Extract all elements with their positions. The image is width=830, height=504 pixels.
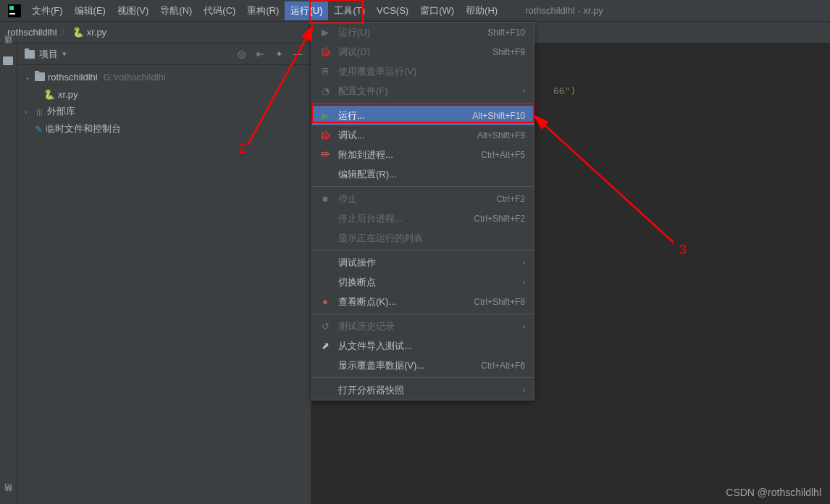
menu-import-tests[interactable]: ⬈ 从文件导入测试... bbox=[312, 336, 534, 356]
play-icon: ▶ bbox=[319, 27, 331, 38]
coverage-icon: ⛨ bbox=[319, 66, 331, 77]
chevron-right-icon: › bbox=[523, 259, 525, 266]
menu-file[interactable]: 文件(F) bbox=[26, 1, 69, 20]
annotation-label-3: 3 bbox=[679, 243, 687, 258]
tree-file[interactable]: 🐍 xr.py bbox=[17, 85, 311, 103]
breakpoint-icon: ● bbox=[319, 296, 331, 307]
folder-icon bbox=[35, 72, 45, 81]
menu-run[interactable]: 运行(U) bbox=[285, 1, 328, 20]
code-fragment: 66") bbox=[553, 85, 576, 96]
menu-profiler-snapshot[interactable]: 打开分析器快照 › bbox=[312, 380, 534, 400]
import-icon: ⬈ bbox=[319, 340, 331, 351]
history-icon: ↺ bbox=[319, 321, 331, 332]
target-icon[interactable]: ◎ bbox=[235, 49, 247, 60]
menu-stop[interactable]: ■ 停止 Ctrl+F2 bbox=[312, 189, 534, 209]
annotation-label-2: 2 bbox=[238, 141, 246, 156]
chevron-right-icon: › bbox=[523, 278, 525, 286]
menu-separator bbox=[312, 103, 534, 104]
scratch-icon: ✎ bbox=[35, 124, 43, 135]
window-title: rothschildlhl - xr.py bbox=[525, 5, 603, 16]
library-icon: ⫼ bbox=[35, 106, 44, 117]
attach-icon: ⭆ bbox=[319, 149, 331, 160]
menu-profile[interactable]: ◔ 配置文件(F) › bbox=[312, 81, 534, 101]
bug-icon: 🐞 bbox=[319, 46, 331, 57]
tool-window-gutter: 项目 结构 bbox=[0, 43, 17, 504]
menu-separator bbox=[312, 250, 534, 251]
menu-view[interactable]: 视图(V) bbox=[112, 1, 154, 20]
python-file-icon: 🐍 bbox=[43, 89, 55, 100]
menu-separator bbox=[312, 377, 534, 378]
menu-vcs[interactable]: VCS(S) bbox=[371, 2, 414, 19]
menu-view-bp[interactable]: ● 查看断点(K)... Ctrl+Shift+F8 bbox=[312, 292, 534, 311]
sidebar-title: 项目 bbox=[39, 48, 58, 61]
menu-show-running[interactable]: 显示正在运行的列表 bbox=[312, 228, 534, 248]
folder-icon bbox=[3, 56, 13, 65]
app-icon bbox=[7, 4, 22, 18]
bug-icon: 🐞 bbox=[319, 130, 331, 140]
hide-icon[interactable]: — bbox=[292, 49, 303, 60]
menu-run-item[interactable]: ▶ 运行(U) Shift+F10 bbox=[312, 22, 534, 42]
chevron-down-icon[interactable]: ⌄ bbox=[25, 73, 32, 81]
menu-separator bbox=[312, 314, 534, 314]
project-tree: ⌄ rothschildlhl G:\rothschildlhl 🐍 xr.py… bbox=[17, 65, 311, 140]
tree-root[interactable]: ⌄ rothschildlhl G:\rothschildlhl bbox=[17, 68, 311, 85]
breadcrumb-file[interactable]: 🐍 xr.py bbox=[72, 27, 106, 38]
menu-debug-item[interactable]: 🐞 调试(D) Shift+F9 bbox=[312, 42, 534, 62]
menu-run-coverage[interactable]: ⛨ 使用覆盖率运行(V) bbox=[312, 62, 534, 81]
menubar: 文件(F) 编辑(E) 视图(V) 导航(N) 代码(C) 重构(R) 运行(U… bbox=[0, 0, 830, 22]
menu-toggle-bp[interactable]: 切换断点 › bbox=[312, 272, 534, 292]
menu-tools[interactable]: 工具(T) bbox=[328, 1, 371, 20]
breadcrumb-root[interactable]: rothschildlhl bbox=[7, 27, 57, 38]
svg-rect-1 bbox=[9, 6, 14, 10]
menu-run-dots[interactable]: ▶ 运行... Alt+Shift+F10 bbox=[312, 106, 534, 125]
project-sidebar: 项目 ▾ ◎ ⇤ ✦ — ⌄ rothschildlhl G:\rothschi… bbox=[17, 43, 311, 504]
tree-external-libs[interactable]: › ⫼ 外部库 bbox=[17, 103, 311, 120]
chevron-right-icon: › bbox=[523, 322, 525, 330]
tree-scratches[interactable]: ✎ 临时文件和控制台 bbox=[17, 120, 311, 138]
watermark: CSDN @rothschildlhl bbox=[726, 487, 821, 498]
menu-show-coverage[interactable]: 显示覆盖率数据(V)... Ctrl+Alt+F6 bbox=[312, 356, 534, 375]
menu-separator bbox=[312, 186, 534, 187]
chevron-right-icon: › bbox=[523, 386, 525, 394]
python-file-icon: 🐍 bbox=[72, 27, 84, 38]
menu-navigate[interactable]: 导航(N) bbox=[154, 1, 198, 20]
stop-icon: ■ bbox=[319, 193, 331, 204]
menu-help[interactable]: 帮助(H) bbox=[460, 1, 503, 20]
play-icon: ▶ bbox=[319, 110, 331, 121]
menu-attach[interactable]: ⭆ 附加到进程... Ctrl+Alt+F5 bbox=[312, 145, 534, 164]
chevron-right-icon: › bbox=[523, 87, 525, 95]
chevron-down-icon[interactable]: ▾ bbox=[62, 49, 67, 59]
menu-edit[interactable]: 编辑(E) bbox=[69, 1, 112, 20]
run-menu-dropdown: ▶ 运行(U) Shift+F10 🐞 调试(D) Shift+F9 ⛨ 使用覆… bbox=[311, 22, 535, 400]
menu-debug-dots[interactable]: 🐞 调试... Alt+Shift+F9 bbox=[312, 125, 534, 145]
menu-refactor[interactable]: 重构(R) bbox=[241, 1, 285, 20]
folder-icon bbox=[25, 50, 35, 59]
menu-debug-actions[interactable]: 调试操作 › bbox=[312, 253, 534, 272]
chevron-right-icon: 〉 bbox=[60, 26, 70, 39]
svg-rect-2 bbox=[9, 13, 15, 14]
collapse-icon[interactable]: ⇤ bbox=[254, 49, 266, 60]
menu-test-history[interactable]: ↺ 测试历史记录 › bbox=[312, 316, 534, 336]
settings-icon[interactable]: ✦ bbox=[273, 49, 285, 60]
chevron-right-icon[interactable]: › bbox=[25, 108, 32, 116]
menu-code[interactable]: 代码(C) bbox=[198, 1, 241, 20]
menu-edit-config[interactable]: 编辑配置(R)... bbox=[312, 164, 534, 184]
menu-stop-bg[interactable]: 停止后台进程... Ctrl+Shift+F2 bbox=[312, 209, 534, 228]
menu-window[interactable]: 窗口(W) bbox=[414, 1, 460, 20]
clock-icon: ◔ bbox=[319, 85, 331, 96]
